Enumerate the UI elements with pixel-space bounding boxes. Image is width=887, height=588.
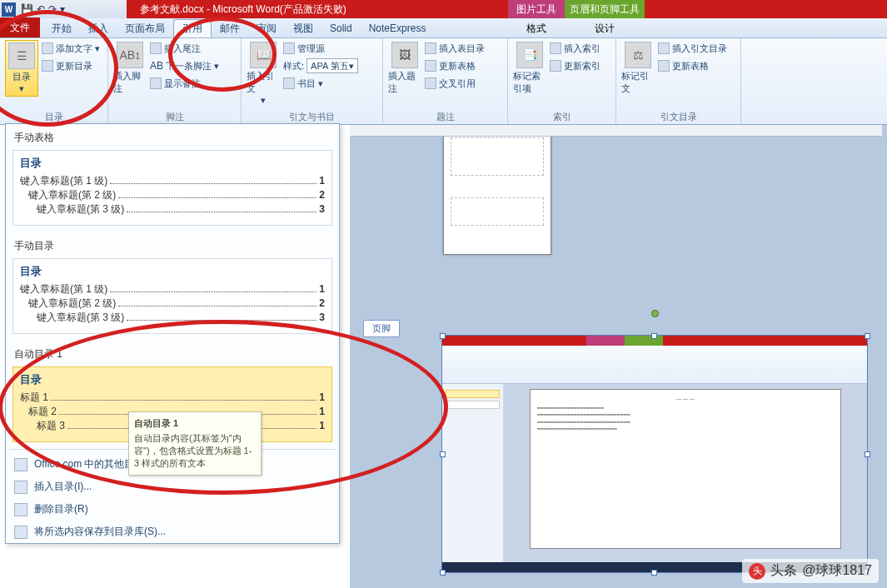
resize-handle[interactable] <box>651 333 657 339</box>
watermark: 头 头条 @球球1817 <box>742 559 879 583</box>
toc-icon: ☰ <box>8 42 35 69</box>
ribbon-tabs: 文件 开始 插入 页面布局 引用 邮件 审阅 视图 Solid NoteExpr… <box>0 18 887 38</box>
subtab-format[interactable]: 格式 <box>508 19 565 37</box>
bibliography-button[interactable]: 书目▾ <box>283 75 358 92</box>
next-footnote-button[interactable]: AB下一条脚注▾ <box>150 57 219 74</box>
toc-line: 键入章标题(第 1 级)1 <box>20 174 325 188</box>
undo-icon[interactable]: ↶ <box>37 3 45 15</box>
resize-handle[interactable] <box>440 570 446 576</box>
bibliography-icon <box>283 77 295 89</box>
toc-button[interactable]: ☰ 目录▾ <box>5 40 38 97</box>
manage-sources-icon <box>283 42 295 54</box>
gallery-section-manual-table: 手动表格 <box>6 124 339 148</box>
update-toa-icon <box>658 60 670 72</box>
gallery-item-manual-toc[interactable]: 目录 键入章标题(第 1 级)1键入章标题(第 2 级)2键入章标题(第 3 级… <box>12 258 332 334</box>
toc-line: 键入章标题(第 3 级)3 <box>20 202 325 217</box>
insert-citation-button[interactable]: 📖 插入引文▾ <box>247 40 280 107</box>
insert-caption-button[interactable]: 🖼 插入题注 <box>388 40 421 97</box>
show-notes-button[interactable]: 显示备注 <box>150 75 219 92</box>
group-toc: ☰ 目录▾ 添加文字▾ 更新目录 目录 <box>0 38 108 124</box>
footer-indicator[interactable]: 页脚 <box>363 320 400 337</box>
insert-index-button[interactable]: 插入索引 <box>550 40 600 57</box>
insert-footnote-button[interactable]: AB1 插入脚注 <box>113 40 147 97</box>
resize-handle[interactable] <box>865 451 870 457</box>
resize-handle[interactable] <box>440 451 446 457</box>
insert-toa-button[interactable]: 插入引文目录 <box>658 40 727 57</box>
save-to-gallery-button[interactable]: 将所选内容保存到目录库(S)... <box>6 521 339 543</box>
gallery-section-auto1: 自动目录 1 <box>6 341 339 365</box>
mark-citation-button[interactable]: ⚖ 标记引文 <box>621 40 655 97</box>
group-index: 📑 标记索引项 插入索引 更新索引 索引 <box>508 38 616 124</box>
update-toc-button[interactable]: 更新目录 <box>42 57 100 74</box>
contextual-tab-header-footer[interactable]: 页眉和页脚工具 <box>565 0 645 18</box>
tab-mailings[interactable]: 邮件 <box>212 19 248 37</box>
tab-noteexpress[interactable]: NoteExpress <box>361 19 435 37</box>
tab-layout[interactable]: 页面布局 <box>117 19 173 37</box>
mark-index-entry-button[interactable]: 📑 标记索引项 <box>513 40 546 97</box>
save-gallery-icon <box>14 526 27 539</box>
gallery-tooltip: 自动目录 1 自动目录内容(其标签为"内容")，包含格式设置为标题 1-3 样式… <box>128 411 262 476</box>
embed-doc-area: — — — ━━━━━━━━━━━━━━━━━━━━━━━━━━━━━━━━━━… <box>504 384 867 562</box>
crossref-icon <box>425 77 436 89</box>
gallery-section-manual-toc: 手动目录 <box>6 232 339 257</box>
qat-more-icon[interactable]: ▾ <box>60 3 65 15</box>
tab-insert[interactable]: 插入 <box>80 19 117 37</box>
tof-icon <box>425 42 436 54</box>
tab-review[interactable]: 审阅 <box>248 19 285 37</box>
update-index-button[interactable]: 更新索引 <box>550 57 600 74</box>
add-text-button[interactable]: 添加文字▾ <box>42 40 100 57</box>
resize-handle[interactable] <box>440 333 446 339</box>
toc-line: 键入章标题(第 1 级)1 <box>20 282 325 296</box>
group-citations: 📖 插入引文▾ 管理源 样式:APA 第五▾ 书目▾ 引文与书目 <box>242 38 383 124</box>
tab-view[interactable]: 视图 <box>285 19 321 37</box>
tab-home[interactable]: 开始 <box>43 19 80 37</box>
toc-header: 目录 <box>20 156 325 171</box>
manage-sources-button[interactable]: 管理源 <box>283 40 358 57</box>
group-footnotes: AB1 插入脚注 插入尾注 AB下一条脚注▾ 显示备注 脚注 <box>108 38 242 124</box>
insert-toc-icon <box>14 481 27 494</box>
tab-solid[interactable]: Solid <box>321 19 361 37</box>
style-selector[interactable]: 样式:APA 第五▾ <box>283 57 358 74</box>
insert-toc-dialog-button[interactable]: 插入目录(I)... <box>6 476 339 498</box>
mark-index-icon: 📑 <box>516 42 543 68</box>
rotation-handle[interactable] <box>651 310 659 317</box>
toc-header: 目录 <box>20 264 325 279</box>
embed-ribbon <box>442 346 867 384</box>
insert-tof-button[interactable]: 插入表目录 <box>425 40 485 57</box>
endnote-icon <box>150 42 162 54</box>
redo-icon[interactable]: ↷ <box>48 3 57 15</box>
tab-references[interactable]: 引用 <box>173 19 212 37</box>
toc-line: 键入章标题(第 2 级)2 <box>20 188 325 202</box>
toc-line: 键入章标题(第 3 级)3 <box>20 311 325 325</box>
remove-toc-icon <box>14 503 27 516</box>
update-toc-icon <box>42 60 53 72</box>
toc-header: 目录 <box>20 372 325 387</box>
office-icon <box>14 458 27 471</box>
update-tof-button[interactable]: 更新表格 <box>425 57 485 74</box>
subtab-design[interactable]: 设计 <box>565 19 645 37</box>
horizontal-ruler[interactable] <box>350 125 882 137</box>
document-canvas[interactable]: 页脚 — — — ━━━━━━━━━━━━━━━━━━━━━━━━━━━━━━━… <box>350 125 887 588</box>
cross-reference-button[interactable]: 交叉引用 <box>425 75 485 92</box>
embedded-screenshot[interactable]: — — — ━━━━━━━━━━━━━━━━━━━━━━━━━━━━━━━━━━… <box>441 335 868 573</box>
gallery-item-manual-table[interactable]: 目录 键入章标题(第 1 级)1键入章标题(第 2 级)2键入章标题(第 3 级… <box>12 150 332 226</box>
add-text-icon <box>42 42 53 54</box>
quick-access-toolbar[interactable]: 💾 ↶ ↷ ▾ <box>17 3 68 15</box>
toc-gallery-dropdown: 手动表格 目录 键入章标题(第 1 级)1键入章标题(第 2 级)2键入章标题(… <box>5 123 340 544</box>
ribbon: ☰ 目录▾ 添加文字▾ 更新目录 目录 AB1 插入脚注 插入尾注 AB下一条脚… <box>0 38 887 125</box>
embed-nav-pane <box>442 384 504 562</box>
show-notes-icon <box>150 77 162 89</box>
contextual-tab-picture[interactable]: 图片工具 <box>508 0 565 18</box>
insert-index-icon <box>550 42 561 54</box>
tab-file[interactable]: 文件 <box>0 17 40 37</box>
update-toa-button[interactable]: 更新表格 <box>658 57 727 74</box>
save-icon[interactable]: 💾 <box>21 3 33 15</box>
remove-toc-button[interactable]: 删除目录(R) <box>6 498 339 521</box>
group-label-citation: 引文与书目 <box>247 110 377 124</box>
resize-handle[interactable] <box>865 333 870 339</box>
citation-icon: 📖 <box>250 42 277 68</box>
group-label-caption: 题注 <box>388 110 502 124</box>
resize-handle[interactable] <box>651 570 657 576</box>
group-label-index: 索引 <box>513 110 610 124</box>
insert-endnote-button[interactable]: 插入尾注 <box>150 40 219 57</box>
